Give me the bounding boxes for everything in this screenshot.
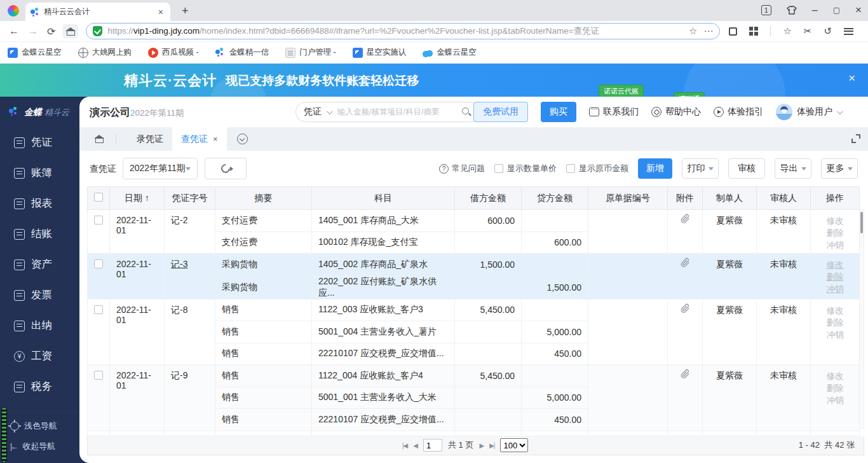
bookmark-item[interactable]: 金蝶云星空 — [423, 47, 477, 58]
collapse-nav-button[interactable]: |← 收起导航 — [0, 436, 79, 457]
extension-icon[interactable] — [729, 27, 737, 36]
sidebar-item-invoice[interactable]: 发票 — [0, 280, 79, 310]
more-button[interactable]: 更多 — [821, 158, 858, 179]
show-qty-price-checkbox[interactable]: 显示数量单价 — [494, 163, 557, 174]
banner-close-icon[interactable]: × — [848, 71, 855, 85]
attachment-cell[interactable] — [668, 365, 703, 431]
bookmark-item[interactable]: 门户管理 - — [285, 47, 336, 58]
select-all-checkbox[interactable] — [94, 193, 103, 202]
bookmark-item[interactable]: 金蝶精一信 — [215, 47, 269, 58]
first-page-icon[interactable]: |◀ — [402, 442, 407, 449]
voucher-line-row[interactable]: 2022-11-01记-8销售1122_003 应收账款_客户35,450.00… — [88, 299, 860, 321]
tab-voucher-list[interactable]: 查凭证× — [172, 127, 227, 151]
experience-guide-button[interactable]: 体验指引 — [714, 106, 763, 118]
op-冲销[interactable]: 冲销 — [817, 283, 853, 295]
export-button[interactable]: 导出 — [775, 158, 811, 179]
op-冲销[interactable]: 冲销 — [817, 329, 853, 341]
browser-logo-icon[interactable] — [8, 5, 19, 17]
maximize-button[interactable]: ▢ — [833, 6, 840, 15]
op-修改[interactable]: 修改 — [817, 259, 853, 271]
bookmark-item[interactable]: 西瓜视频 - — [148, 47, 199, 58]
print-button[interactable]: 打印 — [682, 158, 719, 179]
window-close-button[interactable]: × — [855, 4, 862, 17]
undo-icon[interactable]: ↺ — [824, 25, 832, 37]
reload-icon[interactable]: ⟳ — [47, 25, 55, 38]
new-tab-button[interactable]: + — [177, 4, 194, 18]
attachment-cell[interactable] — [668, 210, 703, 254]
sidebar-item-tax[interactable]: 税务 — [0, 371, 79, 402]
op-删除[interactable]: 删除 — [817, 382, 853, 394]
sidebar-scrollbar[interactable] — [1, 407, 7, 463]
audit-button[interactable]: 审核 — [728, 158, 765, 179]
tab-close-icon[interactable]: × — [156, 7, 165, 17]
voucher-line-row[interactable]: 2022-11-01记-2支付运费1405_001 库存商品_大米600.00夏… — [88, 210, 860, 232]
skin-icon[interactable] — [787, 6, 797, 15]
screenshot-scissors-icon[interactable]: ✂ — [804, 25, 812, 37]
sidebar-item-form[interactable]: 凭证 — [0, 127, 79, 158]
paperclip-icon[interactable] — [681, 214, 690, 224]
voucher-no-cell[interactable]: 记-2 — [165, 210, 215, 254]
attachment-cell[interactable] — [668, 299, 703, 365]
user-menu[interactable]: 体验用户 — [776, 104, 841, 120]
tab-close-icon[interactable]: × — [213, 134, 218, 144]
help-center-button[interactable]: 帮助中心 — [651, 106, 701, 118]
checkbox-icon[interactable] — [566, 164, 575, 173]
bookmark-item[interactable]: 大姚网上购 — [78, 47, 132, 58]
menu-icon[interactable] — [844, 28, 853, 35]
op-修改[interactable]: 修改 — [817, 370, 853, 382]
page-input[interactable] — [423, 439, 442, 452]
voucher-no-cell[interactable]: 记-8 — [165, 299, 215, 365]
next-page-icon[interactable]: ▶ — [479, 442, 484, 449]
favorites-icon[interactable]: ☆ — [783, 25, 791, 37]
search-category[interactable]: 凭证 — [304, 106, 322, 118]
sidebar-item-asset[interactable]: 资产 — [0, 249, 79, 280]
period-select[interactable]: 2022年第11期 — [123, 158, 198, 179]
voucher-no-cell[interactable]: 记-9 — [165, 365, 215, 431]
minimize-button[interactable]: – — [812, 4, 818, 16]
prev-page-icon[interactable]: ◀ — [413, 442, 417, 449]
op-修改[interactable]: 修改 — [817, 215, 853, 227]
tab-count-badge[interactable]: 1 — [761, 5, 771, 15]
contact-us-button[interactable]: 联系我们 — [589, 106, 639, 118]
voucher-no-cell[interactable]: 记-3 — [165, 254, 215, 300]
faq-link[interactable]: ?常见问题 — [439, 163, 485, 174]
sidebar-item-cash[interactable]: 出纳 — [0, 310, 79, 341]
global-search[interactable]: 凭证 输入金额/核算项目/科目/摘要 — [295, 102, 480, 122]
sidebar-item-report[interactable]: 报表 — [0, 188, 79, 219]
url-more-icon[interactable]: ⋯ — [703, 25, 713, 37]
row-checkbox[interactable] — [94, 305, 103, 314]
paperclip-icon[interactable] — [681, 258, 690, 268]
tab-list-icon[interactable] — [237, 134, 248, 144]
bookmark-star-icon[interactable]: ☆ — [689, 25, 697, 37]
apps-grid-icon[interactable] — [749, 27, 758, 36]
url-field[interactable]: https://vip1-ding.jdy.com/home/index.htm… — [86, 23, 720, 39]
fullscreen-icon[interactable] — [851, 134, 860, 143]
voucher-line-row[interactable]: 2022-11-01记-3采购货物1405_002 库存商品_矿泉水1,500.… — [88, 254, 860, 276]
attachment-cell[interactable] — [668, 254, 703, 300]
last-page-icon[interactable]: ▶| — [489, 442, 494, 449]
op-删除[interactable]: 删除 — [817, 271, 853, 283]
op-删除[interactable]: 删除 — [817, 227, 853, 239]
voucher-line-row[interactable]: 2022-11-01记-9销售1122_004 应收账款_客户45,450.00… — [88, 365, 860, 387]
search-icon[interactable] — [461, 107, 471, 117]
show-original-currency-checkbox[interactable]: 显示原币金额 — [566, 163, 628, 174]
paperclip-icon[interactable] — [681, 303, 690, 314]
back-icon[interactable]: ← — [9, 25, 19, 37]
op-删除[interactable]: 删除 — [817, 317, 853, 329]
bookmark-item[interactable]: 星空实施认 — [353, 47, 407, 58]
row-checkbox[interactable] — [94, 259, 103, 268]
search-input[interactable]: 输入金额/核算项目/科目/摘要 — [337, 107, 461, 118]
table-scrollbar[interactable] — [859, 209, 864, 429]
op-修改[interactable]: 修改 — [817, 305, 853, 317]
light-nav-toggle[interactable]: 浅色导航 — [0, 416, 79, 436]
sort-asc-icon[interactable]: ↑ — [145, 193, 149, 203]
column-header[interactable]: 日期 ↑ — [110, 187, 165, 210]
sidebar-item-yen[interactable]: 工资 — [0, 341, 79, 371]
add-button[interactable]: 新增 — [638, 158, 672, 179]
row-checkbox[interactable] — [94, 216, 103, 225]
row-checkbox[interactable] — [94, 371, 103, 380]
home-tab-icon[interactable] — [95, 135, 104, 143]
page-size-select[interactable]: 100 — [500, 438, 528, 452]
free-trial-button[interactable]: 免费试用 — [473, 102, 528, 122]
buy-button[interactable]: 购买 — [541, 102, 576, 122]
